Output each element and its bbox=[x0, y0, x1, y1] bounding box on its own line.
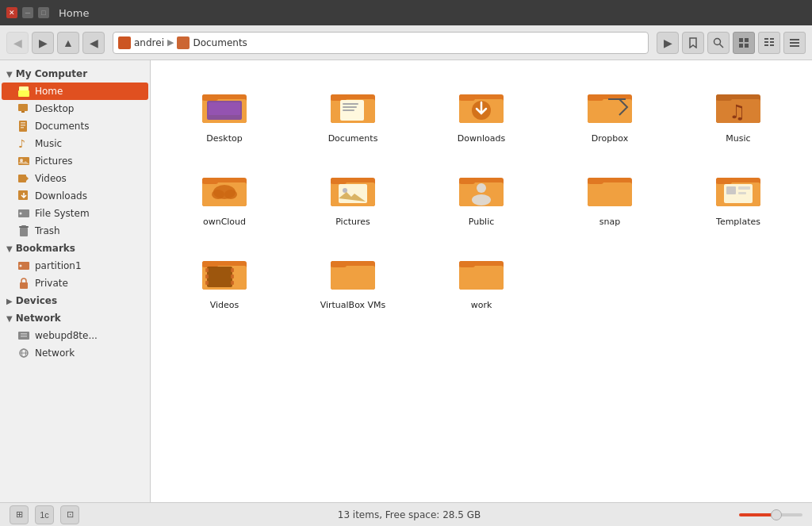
templates-folder-icon bbox=[713, 163, 764, 213]
pictures-label: Pictures bbox=[35, 155, 73, 167]
sidebar-item-webupd8te[interactable]: webupd8te... bbox=[2, 327, 148, 344]
sidebar-item-pictures[interactable]: Pictures bbox=[2, 152, 148, 170]
sidebar-item-home[interactable]: Home bbox=[2, 83, 148, 100]
svg-rect-16 bbox=[18, 90, 29, 97]
svg-text:♫: ♫ bbox=[729, 101, 746, 123]
sidebar-section-network[interactable]: ▼ Network bbox=[0, 309, 150, 327]
sidebar-item-desktop[interactable]: Desktop bbox=[2, 100, 148, 117]
sidebar-item-trash[interactable]: Trash bbox=[2, 222, 148, 240]
svg-rect-84 bbox=[588, 182, 632, 206]
documents-folder-label: Documents bbox=[328, 133, 378, 144]
sidebar-item-filesystem[interactable]: File System bbox=[2, 205, 148, 222]
sidebar-section-bookmarks[interactable]: ▼ Bookmarks bbox=[0, 240, 150, 257]
folder-work[interactable]: work bbox=[420, 240, 542, 317]
folder-desktop[interactable]: Desktop bbox=[163, 73, 285, 150]
downloads-folder-icon bbox=[456, 79, 507, 130]
svg-rect-100 bbox=[231, 268, 234, 272]
svg-rect-10 bbox=[764, 44, 768, 46]
search-button[interactable] bbox=[707, 32, 730, 54]
bookmark-button[interactable] bbox=[682, 32, 704, 54]
up-button[interactable]: ▲ bbox=[57, 32, 79, 54]
titlebar-buttons: ✕ ─ □ bbox=[6, 7, 49, 18]
folder-videos[interactable]: Videos bbox=[163, 240, 285, 317]
titlebar: ✕ ─ □ Home bbox=[0, 0, 812, 25]
breadcrumb-left-button[interactable]: ◀ bbox=[82, 32, 105, 54]
statusbar-btn2[interactable]: 1c bbox=[35, 505, 54, 524]
network-section-label: Network bbox=[16, 313, 61, 324]
sidebar-section-devices[interactable]: ▶ Devices bbox=[0, 292, 150, 309]
svg-rect-26 bbox=[18, 175, 26, 182]
folder-templates[interactable]: Templates bbox=[677, 156, 799, 233]
svg-rect-65 bbox=[716, 94, 732, 101]
svg-rect-47 bbox=[209, 102, 240, 115]
sidebar-item-partition1[interactable]: partition1 bbox=[2, 257, 148, 275]
view-list-button[interactable] bbox=[758, 32, 780, 54]
network-icon bbox=[17, 347, 30, 359]
svg-rect-22 bbox=[21, 127, 24, 129]
maximize-button[interactable]: □ bbox=[38, 7, 49, 18]
folder-music[interactable]: ♫ Music bbox=[677, 73, 799, 150]
svg-point-0 bbox=[714, 38, 721, 44]
sidebar-item-private[interactable]: Private bbox=[2, 275, 148, 292]
webupd8te-icon bbox=[17, 329, 30, 342]
templates-folder-label: Templates bbox=[716, 217, 760, 227]
svg-rect-7 bbox=[770, 38, 774, 40]
dropbox-folder-icon bbox=[584, 79, 635, 130]
main-container: ▼ My Computer Home Desktop Documents ♪ bbox=[0, 60, 812, 502]
svg-rect-60 bbox=[588, 99, 632, 123]
view-grid-button[interactable] bbox=[733, 32, 755, 54]
forward-button[interactable]: ▶ bbox=[32, 32, 54, 54]
folder-public[interactable]: Public bbox=[420, 156, 542, 233]
bookmarks-label: Bookmarks bbox=[16, 243, 75, 254]
videos-icon bbox=[17, 172, 30, 185]
minimize-button[interactable]: ─ bbox=[22, 7, 33, 18]
sidebar-item-documents[interactable]: Documents bbox=[2, 117, 148, 135]
documents-label: Documents bbox=[35, 121, 89, 132]
partition1-label: partition1 bbox=[35, 260, 82, 271]
folder-dropbox[interactable]: Dropbox bbox=[549, 73, 671, 150]
svg-rect-38 bbox=[21, 333, 27, 335]
public-folder-icon bbox=[456, 163, 507, 213]
svg-rect-39 bbox=[21, 336, 27, 337]
sidebar-item-videos[interactable]: Videos bbox=[2, 170, 148, 187]
work-folder-icon bbox=[456, 246, 507, 297]
svg-rect-53 bbox=[343, 106, 357, 108]
breadcrumb-right-button[interactable]: ▶ bbox=[657, 32, 679, 54]
breadcrumb-user[interactable]: andrei bbox=[118, 36, 164, 49]
breadcrumb-separator: ▶ bbox=[167, 37, 174, 48]
folder-owncloud[interactable]: ownCloud bbox=[163, 156, 285, 233]
folder-pictures[interactable]: Pictures bbox=[292, 156, 414, 233]
breadcrumb-documents[interactable]: Documents bbox=[177, 36, 247, 49]
sidebar-section-my-computer[interactable]: ▼ My Computer bbox=[0, 65, 150, 83]
folder-virtualbox[interactable]: VirtualBox VMs bbox=[292, 240, 414, 317]
work-folder-label: work bbox=[471, 300, 492, 310]
window-title: Home bbox=[59, 7, 89, 19]
view-compact-button[interactable] bbox=[783, 32, 806, 54]
back-button[interactable]: ◀ bbox=[6, 32, 29, 54]
statusbar-btn1[interactable]: ⊞ bbox=[10, 505, 29, 524]
dropbox-folder-label: Dropbox bbox=[592, 133, 628, 144]
sidebar-item-network[interactable]: Network bbox=[2, 344, 148, 362]
svg-rect-52 bbox=[343, 103, 358, 105]
svg-point-35 bbox=[20, 265, 22, 267]
svg-point-30 bbox=[20, 213, 22, 215]
folder-documents[interactable]: Documents bbox=[292, 73, 414, 150]
folder-downloads[interactable]: Downloads bbox=[420, 73, 542, 150]
statusbar-btn3[interactable]: ⊡ bbox=[60, 505, 79, 524]
close-button[interactable]: ✕ bbox=[6, 7, 17, 18]
svg-rect-3 bbox=[745, 38, 749, 42]
folder-snap[interactable]: snap bbox=[549, 156, 671, 233]
svg-rect-13 bbox=[790, 42, 799, 44]
svg-point-81 bbox=[477, 183, 486, 193]
webupd8te-label: webupd8te... bbox=[35, 330, 98, 341]
svg-point-71 bbox=[212, 190, 224, 199]
network-arrow: ▼ bbox=[6, 314, 13, 323]
music-folder-label: Music bbox=[726, 133, 750, 144]
svg-rect-75 bbox=[331, 178, 347, 184]
sidebar-item-music[interactable]: ♪ Music bbox=[2, 135, 148, 152]
svg-rect-31 bbox=[20, 228, 28, 236]
svg-marker-27 bbox=[26, 176, 29, 181]
sidebar-item-downloads[interactable]: Downloads bbox=[2, 187, 148, 205]
zoom-slider[interactable] bbox=[739, 513, 802, 516]
svg-rect-28 bbox=[18, 190, 28, 200]
